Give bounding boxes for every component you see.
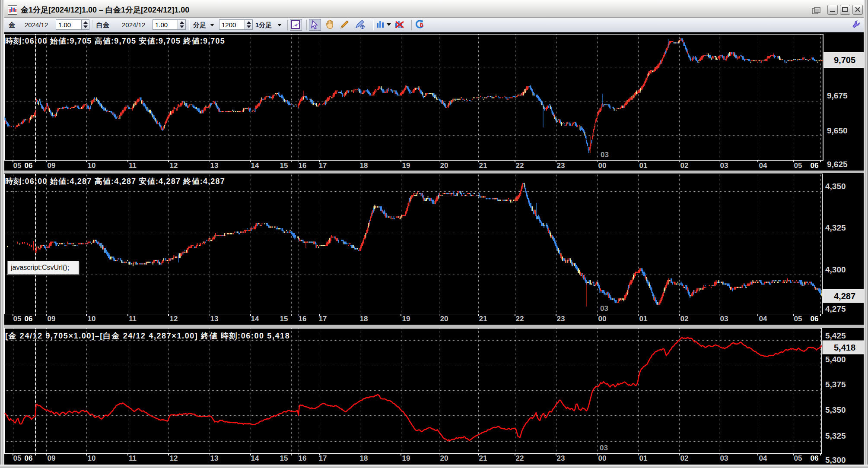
svg-text:15: 15 [280, 454, 288, 462]
svg-text:5,300: 5,300 [825, 455, 846, 465]
svg-text:4,325: 4,325 [825, 223, 846, 232]
svg-text:9,705: 9,705 [834, 55, 855, 65]
svg-text:05: 05 [794, 315, 802, 323]
svg-text:13: 13 [210, 315, 219, 323]
svg-text:17: 17 [319, 454, 327, 462]
svg-text:19: 19 [402, 454, 410, 462]
svg-text:20: 20 [440, 161, 448, 170]
svg-text:11: 11 [129, 315, 137, 323]
svg-text:5,425: 5,425 [825, 331, 846, 340]
svg-text:03: 03 [600, 444, 608, 452]
svg-text:02: 02 [680, 454, 689, 462]
svg-text:9,650: 9,650 [827, 126, 848, 135]
svg-text:12: 12 [170, 161, 178, 170]
svg-text:04: 04 [759, 454, 767, 462]
svg-text:03: 03 [600, 304, 608, 313]
svg-text:5,325: 5,325 [825, 431, 846, 440]
svg-text:14: 14 [251, 161, 259, 170]
svg-text:05: 05 [13, 454, 22, 462]
svg-text:01: 01 [639, 315, 648, 323]
svg-text:04: 04 [759, 161, 767, 170]
svg-text:22: 22 [516, 161, 524, 170]
svg-text:10: 10 [88, 315, 96, 323]
svg-text:14: 14 [251, 315, 259, 323]
svg-text:20: 20 [440, 315, 448, 323]
svg-text:17: 17 [319, 161, 327, 170]
svg-text:5,418: 5,418 [834, 343, 855, 352]
svg-text:4,350: 4,350 [825, 182, 846, 191]
svg-text:11: 11 [129, 454, 137, 462]
svg-text:10: 10 [88, 161, 96, 170]
svg-text:06: 06 [25, 161, 33, 170]
svg-text:04: 04 [759, 315, 767, 323]
svg-text:23: 23 [557, 315, 565, 323]
svg-text:03: 03 [720, 315, 728, 323]
svg-text:09: 09 [48, 161, 56, 170]
svg-text:20: 20 [440, 454, 448, 462]
svg-text:14: 14 [251, 454, 259, 462]
svg-text:03: 03 [601, 151, 609, 159]
svg-text:03: 03 [720, 161, 728, 170]
svg-text:06: 06 [811, 161, 819, 170]
svg-text:4,300: 4,300 [825, 265, 846, 274]
svg-text:12: 12 [170, 454, 178, 462]
svg-text:02: 02 [680, 161, 689, 170]
svg-text:05: 05 [794, 161, 802, 170]
svg-text:21: 21 [479, 454, 487, 462]
svg-text:01: 01 [639, 454, 648, 462]
svg-text:5,350: 5,350 [825, 405, 846, 414]
svg-text:09: 09 [48, 315, 56, 323]
svg-text:16: 16 [299, 161, 307, 170]
svg-text:9,675: 9,675 [827, 91, 848, 100]
svg-text:00: 00 [598, 315, 607, 323]
svg-text:5,375: 5,375 [825, 380, 846, 389]
svg-text:03: 03 [720, 454, 728, 462]
svg-text:4,275: 4,275 [825, 304, 846, 313]
svg-text:時刻:06:00 始値:4,287 高値:4,287 安値:: 時刻:06:00 始値:4,287 高値:4,287 安値:4,287 終値:4… [5, 177, 225, 186]
svg-text:19: 19 [402, 161, 410, 170]
svg-text:9,625: 9,625 [827, 160, 848, 169]
svg-text:[金 24/12 9,705×1.00]–[白金 24/12: [金 24/12 9,705×1.00]–[白金 24/12 4,287×1.0… [5, 332, 290, 340]
svg-text:16: 16 [299, 454, 307, 462]
svg-text:21: 21 [479, 161, 487, 170]
svg-text:18: 18 [360, 161, 368, 170]
svg-text:12: 12 [170, 315, 178, 323]
svg-text:17: 17 [319, 315, 327, 323]
svg-text:05: 05 [794, 454, 802, 462]
svg-text:4,287: 4,287 [834, 291, 855, 301]
svg-text:21: 21 [479, 315, 487, 323]
svg-text:06: 06 [811, 454, 819, 462]
svg-text:06: 06 [25, 454, 33, 462]
svg-text:23: 23 [557, 454, 565, 462]
svg-text:11: 11 [129, 161, 137, 170]
svg-text:06: 06 [811, 315, 819, 323]
svg-text:09: 09 [48, 454, 56, 462]
svg-text:5,400: 5,400 [825, 355, 846, 364]
svg-text:10: 10 [88, 454, 96, 462]
svg-text:06: 06 [25, 315, 33, 323]
svg-text:22: 22 [516, 454, 524, 462]
svg-text:18: 18 [360, 454, 368, 462]
svg-text:05: 05 [13, 315, 22, 323]
svg-text:15: 15 [280, 161, 288, 170]
svg-text:13: 13 [210, 454, 219, 462]
svg-text:01: 01 [639, 161, 648, 170]
svg-text:18: 18 [360, 315, 368, 323]
svg-text:B: B [420, 22, 423, 28]
svg-text:00: 00 [598, 454, 607, 462]
svg-text:時刻:06:00 始値:9,705 高値:9,705 安値:: 時刻:06:00 始値:9,705 高値:9,705 安値:9,705 終値:9… [5, 37, 225, 45]
svg-text:19: 19 [402, 315, 410, 323]
svg-text:13: 13 [210, 161, 219, 170]
svg-text:23: 23 [557, 161, 565, 170]
svg-text:15: 15 [280, 315, 288, 323]
svg-text:02: 02 [680, 315, 689, 323]
svg-text:16: 16 [299, 315, 307, 323]
svg-text:05: 05 [13, 161, 22, 170]
svg-text:22: 22 [516, 315, 524, 323]
svg-text:00: 00 [598, 161, 607, 170]
